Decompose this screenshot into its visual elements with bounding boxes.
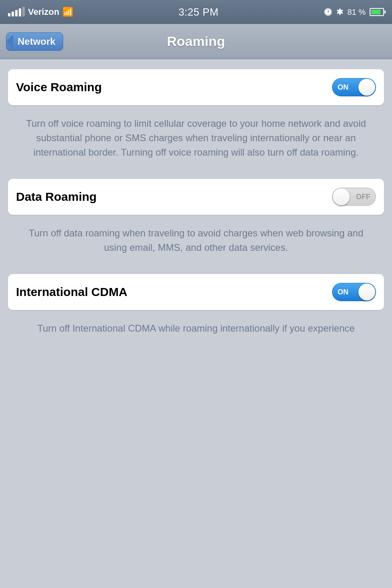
gap-1 bbox=[8, 171, 384, 179]
international-cdma-knob bbox=[358, 284, 375, 300]
voice-roaming-knob bbox=[358, 79, 375, 96]
data-roaming-knob bbox=[333, 188, 350, 205]
signal-bar-1 bbox=[8, 13, 10, 16]
wifi-icon: 📶 bbox=[62, 7, 73, 17]
battery-fill bbox=[371, 10, 380, 14]
clock-icon: 🕐 bbox=[324, 8, 332, 16]
international-cdma-description: Turn off International CDMA while roamin… bbox=[8, 310, 384, 347]
carrier-name: Verizon bbox=[28, 7, 59, 17]
nav-bar: Network Roaming bbox=[0, 24, 392, 59]
signal-bars bbox=[8, 8, 25, 16]
data-roaming-label: Data Roaming bbox=[16, 190, 97, 204]
international-cdma-label: International CDMA bbox=[16, 285, 127, 299]
status-bar-left: Verizon 📶 bbox=[8, 7, 73, 17]
international-cdma-row: International CDMA ON bbox=[16, 274, 376, 310]
signal-bar-2 bbox=[12, 12, 14, 16]
signal-bar-5 bbox=[22, 7, 25, 16]
voice-roaming-description: Turn off voice roaming to limit cellular… bbox=[8, 105, 384, 171]
gap-2 bbox=[8, 266, 384, 274]
signal-bar-4 bbox=[19, 8, 21, 16]
international-cdma-card: International CDMA ON bbox=[8, 274, 384, 310]
back-button[interactable]: Network bbox=[6, 32, 63, 51]
status-bar: Verizon 📶 3:25 PM 🕐 ✱ 81 % bbox=[0, 0, 392, 24]
status-bar-time: 3:25 PM bbox=[178, 6, 218, 18]
voice-roaming-label: Voice Roaming bbox=[16, 80, 102, 94]
voice-roaming-toggle[interactable]: ON bbox=[332, 78, 376, 96]
voice-roaming-state: ON bbox=[338, 83, 348, 92]
battery-icon bbox=[370, 8, 384, 16]
international-cdma-toggle[interactable]: ON bbox=[332, 283, 376, 301]
status-bar-right: 🕐 ✱ 81 % bbox=[324, 7, 384, 17]
signal-bar-3 bbox=[15, 10, 18, 16]
data-roaming-card: Data Roaming OFF bbox=[8, 179, 384, 215]
battery-percent: 81 % bbox=[347, 8, 366, 17]
data-roaming-description: Turn off data roaming when traveling to … bbox=[8, 215, 384, 266]
nav-title: Roaming bbox=[167, 34, 225, 49]
international-cdma-state: ON bbox=[338, 288, 348, 296]
bluetooth-icon: ✱ bbox=[336, 7, 343, 17]
data-roaming-state: OFF bbox=[356, 193, 370, 201]
data-roaming-toggle[interactable]: OFF bbox=[332, 188, 376, 206]
voice-roaming-row: Voice Roaming ON bbox=[16, 69, 376, 105]
data-roaming-row: Data Roaming OFF bbox=[16, 179, 376, 215]
content: Voice Roaming ON Turn off voice roaming … bbox=[0, 59, 392, 357]
back-button-label: Network bbox=[18, 36, 56, 47]
voice-roaming-card: Voice Roaming ON bbox=[8, 69, 384, 105]
